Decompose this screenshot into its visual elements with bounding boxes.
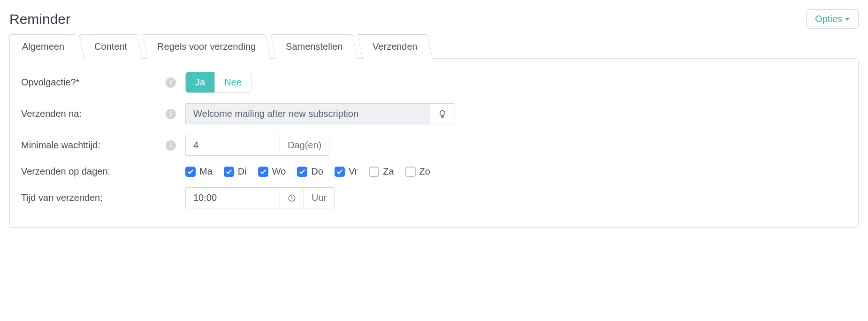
tab-label: Algemeen xyxy=(22,41,64,52)
send-after-value[interactable]: Welcome mailing after new subscription xyxy=(186,104,430,124)
day-checkbox-ma[interactable]: Ma xyxy=(185,166,213,177)
label-send-days: Verzenden op dagen: xyxy=(21,166,110,177)
tab-panel-verzenden: Opvolgactie?* i Ja Nee Verzenden na: i W… xyxy=(9,58,859,228)
tab-label: Samenstellen xyxy=(286,41,343,52)
day-label: Wo xyxy=(272,166,286,177)
day-label: Za xyxy=(383,166,394,177)
tab-algemeen[interactable]: Algemeen xyxy=(9,34,77,59)
checkbox-icon xyxy=(224,167,234,177)
send-time-field: Uur xyxy=(185,187,335,208)
tab-regels[interactable]: Regels voor verzending xyxy=(142,34,271,59)
row-send-days: Verzenden op dagen: MaDiWoDoVrZaZo xyxy=(21,166,847,177)
label-send-after: Verzenden na: xyxy=(21,108,82,119)
toggle-followup: Ja Nee xyxy=(185,72,251,93)
min-wait-field: Dag(en) xyxy=(185,135,329,156)
day-checkbox-do[interactable]: Do xyxy=(297,166,323,177)
checkbox-icon xyxy=(258,167,268,177)
options-label: Opties xyxy=(815,14,842,24)
clock-button[interactable] xyxy=(280,188,304,208)
min-wait-unit: Dag(en) xyxy=(280,135,329,155)
label-send-time: Tijd van verzenden: xyxy=(21,192,103,203)
day-checkbox-di[interactable]: Di xyxy=(224,166,247,177)
options-dropdown-button[interactable]: Opties xyxy=(806,9,859,29)
days-container: MaDiWoDoVrZaZo xyxy=(185,166,430,177)
day-label: Zo xyxy=(419,166,430,177)
day-label: Do xyxy=(311,166,323,177)
tab-label: Verzenden xyxy=(373,41,418,52)
row-send-after: Verzenden na: i Welcome mailing after ne… xyxy=(21,103,847,124)
lightbulb-button[interactable] xyxy=(430,104,455,124)
tab-content[interactable]: Content xyxy=(79,34,143,59)
send-time-unit: Uur xyxy=(304,188,334,208)
page-title: Reminder xyxy=(9,11,70,27)
lightbulb-icon xyxy=(438,109,447,119)
day-label: Vr xyxy=(349,166,358,177)
checkbox-icon xyxy=(335,167,345,177)
day-checkbox-za[interactable]: Za xyxy=(369,166,394,177)
info-icon[interactable]: i xyxy=(166,109,176,119)
checkbox-icon xyxy=(405,167,416,177)
checkbox-icon xyxy=(369,167,379,177)
day-checkbox-wo[interactable]: Wo xyxy=(258,166,286,177)
tab-verzenden[interactable]: Verzenden xyxy=(358,34,433,59)
clock-icon xyxy=(288,194,296,202)
tab-row: Algemeen Content Regels voor verzending … xyxy=(9,34,859,59)
label-followup: Opvolgactie?* xyxy=(21,77,80,88)
day-label: Di xyxy=(238,166,247,177)
info-icon[interactable]: i xyxy=(166,140,176,151)
toggle-option-ja[interactable]: Ja xyxy=(186,72,214,92)
row-send-time: Tijd van verzenden: Uur xyxy=(21,187,847,208)
caret-down-icon xyxy=(845,18,850,21)
day-checkbox-vr[interactable]: Vr xyxy=(335,166,358,177)
tab-label: Regels voor verzending xyxy=(157,41,256,52)
info-icon[interactable]: i xyxy=(166,77,176,88)
toggle-option-nee[interactable]: Nee xyxy=(214,72,251,92)
day-checkbox-zo[interactable]: Zo xyxy=(405,166,430,177)
checkbox-icon xyxy=(185,167,196,177)
send-after-field: Welcome mailing after new subscription xyxy=(185,103,455,124)
day-label: Ma xyxy=(199,166,213,177)
tab-samenstellen[interactable]: Samenstellen xyxy=(271,34,358,59)
row-followup: Opvolgactie?* i Ja Nee xyxy=(21,72,847,93)
tab-label: Content xyxy=(94,41,127,52)
checkbox-icon xyxy=(297,167,307,177)
label-min-wait: Minimale wachttijd: xyxy=(21,140,100,151)
row-min-wait: Minimale wachttijd: i Dag(en) xyxy=(21,135,847,156)
